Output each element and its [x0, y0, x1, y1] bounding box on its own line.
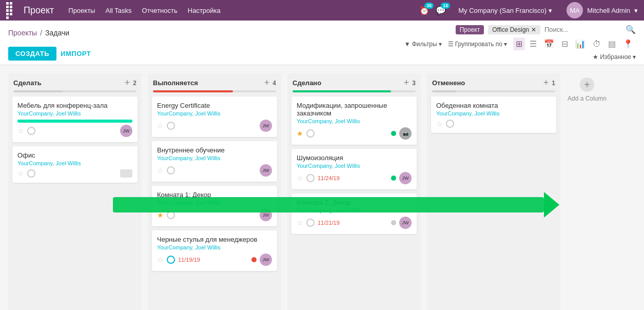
- star-icon[interactable]: ☆: [297, 174, 303, 182]
- clock-badge-count: 35: [424, 3, 434, 9]
- breadcrumb-root[interactable]: Проекты: [8, 29, 37, 37]
- favorites-button[interactable]: ★ Избранное ▾: [593, 53, 636, 61]
- card-avatar: JW: [260, 209, 272, 221]
- filters-chevron: ▾: [439, 41, 442, 48]
- column-todo-add-button[interactable]: +: [125, 78, 130, 88]
- column-cancelled-add-button[interactable]: +: [543, 78, 549, 88]
- import-button[interactable]: ИМПОРТ: [61, 50, 91, 57]
- card-title: Модификации, запрошенные заказчиком: [297, 102, 412, 117]
- tag-close-icon[interactable]: ✕: [531, 26, 536, 33]
- state-circle[interactable]: [306, 174, 315, 182]
- state-circle[interactable]: [27, 169, 35, 178]
- favorites-row: ★ Избранное ▾: [593, 53, 636, 61]
- column-done-add-button[interactable]: +: [404, 78, 409, 88]
- state-circle[interactable]: [167, 211, 175, 219]
- group-by-button[interactable]: ☰ Группировать по ▾: [448, 41, 507, 48]
- group-chevron: ▾: [504, 41, 507, 48]
- search-icon-button[interactable]: 🔍: [626, 25, 636, 34]
- star-icon[interactable]: ☆: [17, 127, 24, 135]
- state-circle[interactable]: [167, 122, 175, 130]
- search-input[interactable]: [544, 26, 621, 33]
- card-internal-training[interactable]: Внутреннее обучение YourCompany, Joel Wi…: [152, 141, 277, 182]
- filter-icon: ▼: [404, 41, 411, 48]
- breadcrumb-separator: /: [40, 29, 42, 37]
- card-room1-decor[interactable]: Комната 1: Декор YourCompany, Joel Willi…: [152, 186, 277, 226]
- star-icon[interactable]: ☆: [157, 166, 164, 175]
- state-circle-teal[interactable]: [167, 256, 175, 264]
- project-tag[interactable]: Проект: [456, 25, 484, 34]
- list-view-button[interactable]: ☰: [527, 37, 539, 50]
- chat-badge-button[interactable]: 💬 15: [436, 6, 446, 15]
- clock-view-button[interactable]: ⏱: [590, 38, 603, 50]
- fav-chevron: ▾: [633, 53, 636, 61]
- kanban-view-button[interactable]: ⊞: [513, 37, 525, 50]
- card-soundproofing[interactable]: Шумоизоляция YourCompany, Joel Willis ☆ …: [291, 149, 417, 189]
- nav-all-tasks[interactable]: All Tasks: [105, 7, 131, 14]
- card-office[interactable]: Офис YourCompany, Joel Willis ☆: [12, 146, 138, 183]
- star-icon[interactable]: ★: [297, 129, 303, 138]
- map-view-button[interactable]: 📍: [620, 37, 636, 50]
- column-inprogress-cards: Energy Certificate YourCompany, Joel Wil…: [148, 96, 281, 275]
- search-row: Проект Office Design ✕ 🔍: [456, 25, 636, 34]
- company-selector[interactable]: My Company (San Francisco) ▾: [458, 7, 552, 14]
- list-icon: ☰: [448, 41, 454, 48]
- column-done-progress: [292, 90, 416, 92]
- company-name: My Company (San Francisco): [458, 7, 547, 14]
- card-footer: ★ 📷: [297, 127, 412, 140]
- cols-view-button[interactable]: ▤: [606, 37, 618, 50]
- state-circle[interactable]: [27, 127, 35, 135]
- chevron-down-icon: ▾: [549, 7, 552, 14]
- column-todo: Сделать + 2 Мебель для конференц-зала Yo…: [8, 73, 142, 310]
- card-conference-furniture[interactable]: Мебель для конференц-зала YourCompany, J…: [12, 96, 138, 142]
- office-design-tag[interactable]: Office Design ✕: [488, 25, 540, 34]
- card-room2-decor[interactable]: Комната 2: Декор YourCompany, Joel Willi…: [291, 193, 417, 234]
- column-inprogress-title: Выполняется: [153, 79, 261, 87]
- card-title: Обеденная комната: [436, 102, 551, 109]
- filters-label: Фильтры: [412, 41, 437, 48]
- column-cancelled-header: Отменено + 1: [427, 73, 560, 90]
- star-icon[interactable]: ★: [157, 211, 164, 219]
- state-circle[interactable]: [446, 120, 454, 128]
- clock-badge-button[interactable]: ⏰ 35: [419, 6, 430, 15]
- chat-badge-count: 15: [441, 3, 450, 9]
- state-circle[interactable]: [167, 166, 175, 175]
- user-avatar: MA: [567, 2, 583, 18]
- card-energy-certificate[interactable]: Energy Certificate YourCompany, Joel Wil…: [152, 96, 277, 137]
- column-inprogress-count: 4: [272, 80, 276, 87]
- state-circle[interactable]: [306, 129, 315, 138]
- star-icon[interactable]: ☆: [297, 219, 303, 227]
- column-done-title: Сделано: [292, 79, 401, 87]
- column-done-header: Сделано + 3: [287, 73, 421, 90]
- star-icon: ★: [593, 53, 598, 61]
- star-icon[interactable]: ☆: [157, 256, 164, 264]
- chart-view-button[interactable]: 📊: [573, 37, 588, 50]
- column-todo-progress: [13, 90, 136, 92]
- column-inprogress-add-button[interactable]: +: [264, 78, 270, 88]
- card-avatar: JW: [260, 164, 272, 177]
- nav-projects[interactable]: Проекты: [68, 7, 95, 14]
- column-done-progress-bar: [292, 90, 391, 92]
- column-todo-cards: Мебель для конференц-зала YourCompany, J…: [8, 96, 142, 187]
- nav-settings[interactable]: Настройка: [188, 7, 221, 14]
- star-icon[interactable]: ☆: [17, 169, 24, 178]
- state-circle[interactable]: [306, 219, 315, 227]
- card-title: Внутреннее обучение: [157, 146, 272, 154]
- card-dining-room[interactable]: Обеденная комната YourCompany, Joel Will…: [431, 96, 556, 133]
- star-icon[interactable]: ☆: [436, 120, 443, 128]
- add-column-button[interactable]: + Add a Column: [567, 73, 608, 310]
- filters-button[interactable]: ▼ Фильтры ▾: [404, 41, 442, 48]
- column-todo-title: Сделать: [13, 79, 122, 87]
- apps-grid-icon[interactable]: [6, 2, 15, 19]
- create-button[interactable]: СОЗДАТЬ: [8, 47, 56, 61]
- notification-badges: ⏰ 35 💬 15: [419, 6, 446, 15]
- card-footer: ☆ 11/21/19 JW: [297, 217, 412, 229]
- calendar-view-button[interactable]: 📅: [541, 37, 557, 50]
- user-menu[interactable]: MA Mitchell Admin ▾: [567, 2, 638, 18]
- card-avatar: JW: [399, 172, 412, 184]
- grid-view-button[interactable]: ⊟: [559, 37, 571, 50]
- group-by-label: Группировать по: [455, 41, 502, 48]
- star-icon[interactable]: ☆: [157, 122, 164, 130]
- nav-reporting[interactable]: Отчетность: [142, 7, 178, 14]
- card-modifications[interactable]: Модификации, запрошенные заказчиком Your…: [291, 96, 417, 145]
- card-black-chairs[interactable]: Черные стулья для менеджеров YourCompany…: [152, 230, 277, 271]
